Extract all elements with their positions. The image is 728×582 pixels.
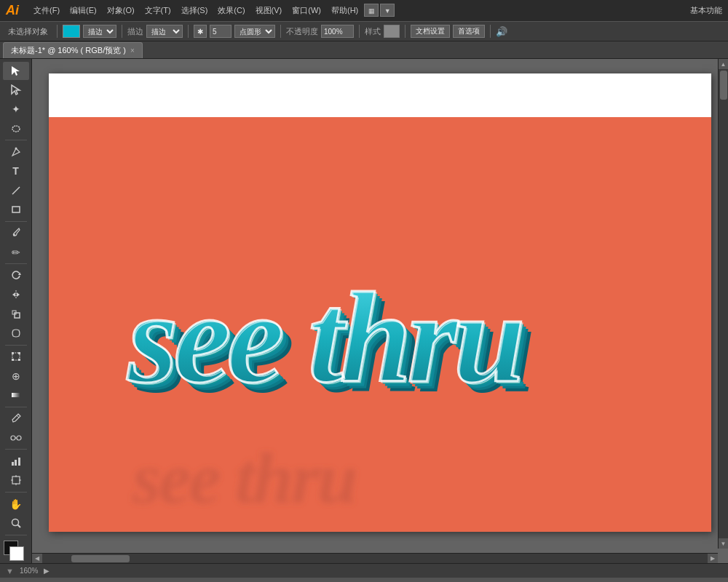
svg-rect-15 <box>18 352 20 354</box>
vertical-scrollbar[interactable]: ▲ ▼ <box>718 59 728 549</box>
svg-line-32 <box>17 525 20 528</box>
document-tab[interactable]: 未标题-1* @ 160% ( RGB/预览 ) × <box>3 42 143 58</box>
tool-reflect[interactable] <box>3 286 29 304</box>
tool-lasso[interactable] <box>3 119 29 137</box>
tool-hand[interactable]: ✋ <box>3 495 29 513</box>
toolbar-sep-3 <box>188 25 189 38</box>
tool-select[interactable] <box>3 62 29 80</box>
tool-scale[interactable] <box>3 305 29 323</box>
svg-rect-23 <box>12 462 14 466</box>
svg-marker-1 <box>12 85 20 95</box>
toolbar-sep-7 <box>490 25 491 38</box>
style-label: 样式 <box>365 26 381 37</box>
tool-separator-8 <box>5 535 27 535</box>
artwork-svg: see thru see thru see thru see thru see … <box>49 117 711 532</box>
tool-rect[interactable] <box>3 200 29 218</box>
tool-direct-select[interactable] <box>3 81 29 99</box>
tool-pencil[interactable]: ✏ <box>3 243 29 261</box>
scroll-thumb[interactable] <box>720 71 727 100</box>
scroll-right-button[interactable]: ▶ <box>708 554 718 564</box>
opacity-input[interactable] <box>321 25 354 38</box>
scroll-down-button[interactable]: ▼ <box>719 538 729 549</box>
svg-rect-16 <box>12 359 14 361</box>
h-scroll-track <box>42 554 708 563</box>
svg-point-6 <box>13 234 15 236</box>
status-bar: ▼ 160% ▶ <box>0 563 728 578</box>
tool-warp[interactable] <box>3 324 29 342</box>
status-info: ▶ <box>44 567 50 575</box>
color-selector[interactable] <box>4 541 28 563</box>
brush-size-display: ✱ <box>194 25 207 38</box>
style-swatch[interactable] <box>384 25 400 38</box>
brush-size-input[interactable] <box>210 25 232 38</box>
scroll-left-button[interactable]: ◀ <box>32 554 42 564</box>
svg-rect-14 <box>12 352 14 354</box>
workspace-label: 基本功能 <box>690 5 722 16</box>
horizontal-scrollbar[interactable]: ◀ ▶ <box>32 553 718 563</box>
toolbar-sep-5 <box>359 25 360 38</box>
shape-select[interactable]: 点圆形 <box>234 25 275 38</box>
tool-shape-builder[interactable]: ⊕ <box>3 367 29 385</box>
menu-window[interactable]: 窗口(W) <box>288 4 325 17</box>
no-selection-label: 未选择对象 <box>4 25 52 39</box>
svg-rect-5 <box>12 207 20 212</box>
svg-rect-11 <box>15 313 20 318</box>
tool-rotate[interactable] <box>3 266 29 284</box>
app-logo: Ai <box>6 3 19 18</box>
menu-edit[interactable]: 编辑(E) <box>66 4 101 17</box>
tool-separator-7 <box>5 492 27 493</box>
svg-rect-24 <box>15 460 17 466</box>
tool-pen[interactable] <box>3 143 29 161</box>
opacity-label: 不透明度 <box>286 26 318 37</box>
workspace-menu[interactable]: ▦ <box>364 4 379 17</box>
svg-point-3 <box>15 148 17 150</box>
menu-object[interactable]: 对象(O) <box>103 4 139 17</box>
tool-eyedropper[interactable] <box>3 410 29 428</box>
svg-rect-25 <box>18 458 20 466</box>
svg-point-2 <box>12 126 20 132</box>
tool-blend[interactable] <box>3 428 29 447</box>
svg-marker-0 <box>12 66 20 76</box>
tool-line[interactable] <box>3 181 29 199</box>
svg-text:see thru: see thru <box>128 267 523 411</box>
menu-view[interactable]: 视图(V) <box>251 4 287 17</box>
svg-point-21 <box>17 436 21 440</box>
menu-file[interactable]: 文件(F) <box>29 4 64 17</box>
speak-icon[interactable]: 🔊 <box>496 26 507 37</box>
tool-type[interactable]: T <box>3 162 29 180</box>
scroll-up-button[interactable]: ▲ <box>719 59 729 69</box>
tool-artboard[interactable] <box>3 471 29 490</box>
doc-setup-button[interactable]: 文档设置 <box>411 25 450 38</box>
tool-free-transform[interactable] <box>3 348 29 366</box>
stroke-dropdown[interactable]: 描边 <box>83 25 116 38</box>
tab-close-button[interactable]: × <box>130 47 135 55</box>
tool-chart[interactable] <box>3 452 29 470</box>
tool-separator-1 <box>5 140 27 140</box>
toolbar-sep-6 <box>405 25 405 38</box>
h-scroll-thumb[interactable] <box>71 555 130 562</box>
toolbar-sep-4 <box>280 25 281 38</box>
scroll-track <box>719 69 728 538</box>
tab-filename: 未标题-1* @ 160% ( RGB/预览 ) <box>11 45 126 56</box>
title-bar: Ai 文件(F) 编辑(E) 对象(O) 文字(T) 选择(S) 效果(C) 视… <box>0 0 728 21</box>
brush-select[interactable]: 描边 <box>146 25 183 38</box>
tool-magic-wand[interactable]: ✦ <box>3 100 29 119</box>
stroke-color[interactable] <box>9 546 24 561</box>
tool-paintbrush[interactable] <box>3 224 29 242</box>
tab-bar: 未标题-1* @ 160% ( RGB/预览 ) × <box>0 41 728 59</box>
toolbar-sep-1 <box>57 25 58 38</box>
menu-effect[interactable]: 效果(C) <box>213 4 249 17</box>
svg-point-31 <box>12 519 18 526</box>
stroke-color-swatch[interactable] <box>63 25 80 38</box>
view-options[interactable]: ▼ <box>380 4 395 17</box>
tool-zoom[interactable] <box>3 514 29 532</box>
tool-gradient[interactable] <box>3 386 29 404</box>
svg-rect-18 <box>12 393 20 397</box>
menu-select[interactable]: 选择(S) <box>177 4 213 17</box>
toolbar: 未选择对象 描边 描边 描边 ✱ 点圆形 不透明度 样式 文档设置 首选项 🔊 <box>0 21 728 41</box>
menu-type[interactable]: 文字(T) <box>141 4 175 17</box>
menu-help[interactable]: 帮助(H) <box>327 4 363 17</box>
prefs-button[interactable]: 首选项 <box>453 25 485 38</box>
document-canvas: see thru <box>49 73 711 532</box>
svg-line-19 <box>17 415 19 418</box>
